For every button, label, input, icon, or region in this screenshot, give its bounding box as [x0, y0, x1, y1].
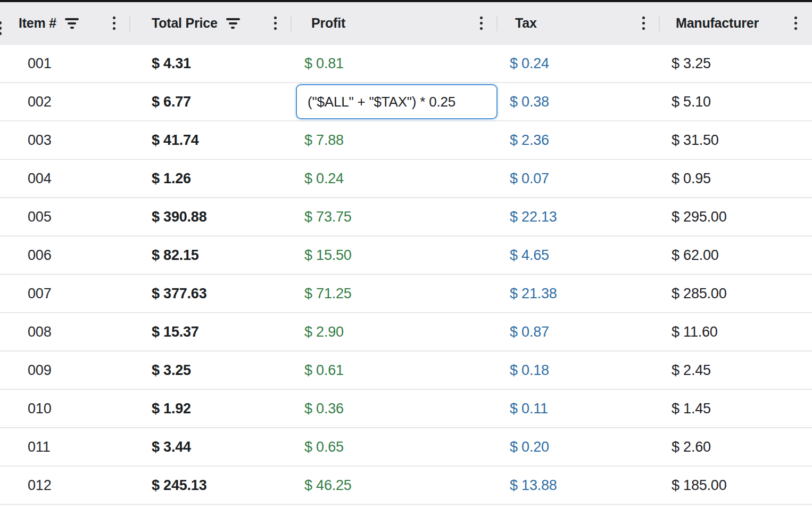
- total-price-cell[interactable]: $ 15.37: [130, 313, 292, 350]
- column-header-tax[interactable]: Tax: [498, 2, 660, 44]
- profit-cell[interactable]: $ 73.75: [292, 198, 352, 235]
- total-price-cell[interactable]: $ 1.92: [130, 390, 292, 427]
- profit-cell-wrap: $ 0.36: [292, 390, 498, 427]
- item-cell[interactable]: 005: [0, 198, 130, 235]
- total-price-cell[interactable]: $ 3.44: [130, 428, 292, 466]
- item-cell[interactable]: 002: [0, 83, 130, 120]
- filter-icon[interactable]: [226, 18, 240, 29]
- item-cell[interactable]: 008: [0, 313, 130, 350]
- manufacturer-cell[interactable]: $ 0.95: [660, 160, 812, 197]
- table-row: 007 $ 377.63 $ 71.25 $ 21.38 $ 285.00: [0, 275, 812, 313]
- item-cell[interactable]: 006: [0, 236, 130, 274]
- table-row: 012 $ 245.13 $ 46.25 $ 13.88 $ 185.00: [0, 467, 812, 505]
- total-price-cell[interactable]: $ 245.13: [130, 467, 292, 504]
- tax-cell[interactable]: $ 4.65: [498, 236, 660, 274]
- manufacturer-cell[interactable]: $ 2.60: [660, 428, 812, 466]
- table-row: 009 $ 3.25 $ 0.61 $ 0.18 $ 2.45: [0, 352, 812, 390]
- table-body: 001 $ 4.31 $ 0.81 $ 0.24 $ 3.25 002 $ 6.…: [0, 45, 812, 505]
- column-label-item: Item #: [19, 15, 56, 31]
- column-header-profit[interactable]: Profit: [292, 2, 498, 44]
- item-cell[interactable]: 007: [0, 275, 130, 312]
- total-price-cell[interactable]: $ 377.63: [130, 275, 292, 312]
- column-label-total-price: Total Price: [152, 15, 218, 31]
- column-header-manufacturer[interactable]: Manufacturer: [660, 2, 812, 44]
- item-cell[interactable]: 010: [0, 390, 130, 427]
- item-cell[interactable]: 003: [0, 121, 130, 159]
- tax-cell[interactable]: $ 0.87: [498, 313, 660, 350]
- table-row: 006 $ 82.15 $ 15.50 $ 4.65 $ 62.00: [0, 236, 812, 275]
- table-row: 010 $ 1.92 $ 0.36 $ 0.11 $ 1.45: [0, 390, 812, 428]
- table-row: 008 $ 15.37 $ 2.90 $ 0.87 $ 11.60: [0, 313, 812, 352]
- tax-cell[interactable]: $ 0.07: [498, 160, 660, 197]
- total-price-cell[interactable]: $ 3.25: [130, 352, 292, 389]
- formula-input[interactable]: ("$ALL" + "$TAX") * 0.25: [296, 84, 498, 119]
- tax-cell[interactable]: $ 0.11: [498, 390, 660, 427]
- tax-cell[interactable]: $ 0.38: [498, 83, 660, 120]
- profit-cell-wrap: $ 0.61: [292, 352, 498, 389]
- manufacturer-cell[interactable]: $ 62.00: [660, 236, 812, 274]
- profit-cell[interactable]: $ 7.88: [292, 121, 344, 159]
- tax-cell[interactable]: $ 13.88: [498, 467, 660, 504]
- table-row: 001 $ 4.31 $ 0.81 $ 0.24 $ 3.25: [0, 45, 812, 83]
- manufacturer-cell[interactable]: $ 2.45: [660, 352, 812, 389]
- column-label-manufacturer: Manufacturer: [676, 15, 759, 31]
- item-cell[interactable]: 012: [0, 467, 130, 504]
- profit-cell[interactable]: $ 0.24: [292, 160, 344, 197]
- profit-cell[interactable]: $ 15.50: [292, 236, 352, 274]
- item-cell[interactable]: 001: [0, 45, 130, 82]
- total-price-cell[interactable]: $ 41.74: [130, 121, 292, 159]
- column-label-profit: Profit: [311, 15, 345, 31]
- manufacturer-cell[interactable]: $ 285.00: [660, 275, 812, 312]
- manufacturer-cell[interactable]: $ 31.50: [660, 121, 812, 159]
- profit-cell[interactable]: $ 0.65: [292, 428, 344, 466]
- manufacturer-cell[interactable]: $ 185.00: [660, 467, 812, 504]
- item-cell[interactable]: 011: [0, 428, 130, 466]
- total-price-cell[interactable]: $ 390.88: [130, 198, 292, 235]
- profit-cell[interactable]: $ 0.81: [292, 45, 344, 82]
- total-price-cell[interactable]: $ 82.15: [130, 236, 292, 274]
- profit-cell[interactable]: $ 46.25: [292, 467, 352, 504]
- profit-cell[interactable]: $ 0.36: [292, 390, 344, 427]
- tax-cell[interactable]: $ 0.18: [498, 352, 660, 389]
- table-row: 005 $ 390.88 $ 73.75 $ 22.13 $ 295.00: [0, 198, 812, 236]
- profit-cell-wrap: $ 71.25: [292, 275, 498, 312]
- total-price-cell[interactable]: $ 1.26: [130, 160, 292, 197]
- item-cell[interactable]: 009: [0, 352, 130, 389]
- tax-cell[interactable]: $ 2.36: [498, 121, 660, 159]
- profit-cell[interactable]: $ 71.25: [292, 275, 352, 312]
- profit-cell[interactable]: $ 0.61: [292, 352, 344, 389]
- manufacturer-cell[interactable]: $ 11.60: [660, 313, 812, 350]
- profit-cell-wrap: $ 73.75: [292, 198, 498, 235]
- tax-cell[interactable]: $ 22.13: [498, 198, 660, 235]
- profit-cell-wrap: $ 15.50: [292, 236, 498, 274]
- total-price-cell[interactable]: $ 6.77: [130, 83, 292, 120]
- column-header-item[interactable]: Item #: [0, 2, 130, 44]
- column-menu-icon[interactable]: [112, 15, 117, 31]
- table-row: 011 $ 3.44 $ 0.65 $ 0.20 $ 2.60: [0, 428, 812, 467]
- profit-cell-wrap: $ 0.81: [292, 45, 498, 82]
- manufacturer-cell[interactable]: $ 3.25: [660, 45, 812, 82]
- profit-cell-wrap: $ 0.24: [292, 160, 498, 197]
- manufacturer-cell[interactable]: $ 1.45: [660, 390, 812, 427]
- profit-cell-wrap: $ 2.90: [292, 313, 498, 350]
- profit-cell-wrap: ("$ALL" + "$TAX") * 0.25: [292, 83, 498, 120]
- profit-cell-wrap: $ 46.25: [292, 467, 498, 504]
- column-menu-icon[interactable]: [273, 15, 278, 31]
- table-row: 003 $ 41.74 $ 7.88 $ 2.36 $ 31.50: [0, 121, 812, 160]
- column-menu-icon[interactable]: [479, 15, 484, 31]
- manufacturer-cell[interactable]: $ 5.10: [660, 83, 812, 120]
- tax-cell[interactable]: $ 0.24: [498, 45, 660, 82]
- tax-cell[interactable]: $ 21.38: [498, 275, 660, 312]
- column-menu-icon[interactable]: [793, 15, 798, 31]
- column-header-total-price[interactable]: Total Price: [130, 2, 292, 44]
- filter-icon[interactable]: [65, 18, 79, 29]
- item-cell[interactable]: 004: [0, 160, 130, 197]
- total-price-cell[interactable]: $ 4.31: [130, 45, 292, 82]
- manufacturer-cell[interactable]: $ 295.00: [660, 198, 812, 235]
- table-header: Item # Total Price Profit Tax Manufactur…: [0, 2, 812, 45]
- profit-cell-wrap: $ 7.88: [292, 121, 498, 159]
- column-menu-icon[interactable]: [641, 15, 646, 31]
- table-row: 004 $ 1.26 $ 0.24 $ 0.07 $ 0.95: [0, 160, 812, 198]
- tax-cell[interactable]: $ 0.20: [498, 428, 660, 466]
- profit-cell[interactable]: $ 2.90: [292, 313, 344, 350]
